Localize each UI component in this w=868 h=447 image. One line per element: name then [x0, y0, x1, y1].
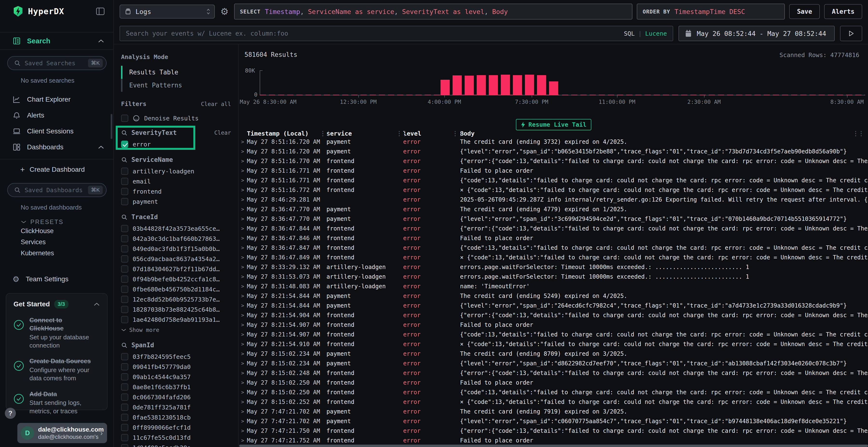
checkbox[interactable] — [121, 245, 128, 252]
row-expand-chevron-icon[interactable]: > — [241, 351, 247, 357]
facet-value-option[interactable]: 03f7b824595feec5 — [121, 352, 232, 362]
checkbox[interactable] — [121, 424, 128, 431]
presets-toggle[interactable]: PRESETS — [21, 218, 113, 226]
row-expand-chevron-icon[interactable]: > — [241, 332, 247, 337]
table-row[interactable]: >May 27 8:51:16.720 AMpaymenterror{"leve… — [239, 147, 868, 156]
sidebar-item-chart-explorer[interactable]: Chart Explorer — [0, 92, 113, 107]
checkbox[interactable] — [121, 235, 128, 242]
save-button[interactable]: Save — [789, 4, 820, 19]
checkbox[interactable] — [121, 444, 128, 447]
checkbox[interactable] — [121, 188, 128, 195]
row-expand-chevron-icon[interactable]: > — [241, 380, 247, 386]
histogram-bar[interactable] — [525, 75, 534, 95]
table-row[interactable]: >May 27 8:15:02.250 AMfrontenderror{"cod… — [239, 387, 868, 397]
mode-sql-toggle[interactable]: SQL — [624, 30, 634, 37]
histogram-bar[interactable] — [489, 75, 498, 95]
facet-value-option[interactable]: 18287038b73e882425c64b8… — [121, 304, 232, 314]
facet-value-option[interactable]: 12ec8dd52b60b9525733b7e… — [121, 294, 232, 304]
checkbox[interactable] — [121, 178, 128, 185]
table-row[interactable]: >May 27 8:15:02.248 AMfrontenderror{"err… — [239, 368, 868, 378]
facet-value-option[interactable]: 09ab1c4544c9a357 — [121, 372, 232, 382]
histogram-bar[interactable] — [477, 75, 486, 95]
checkbox[interactable] — [121, 316, 128, 323]
table-row[interactable]: >May 27 8:51:16.771 AMfrontenderror{"cod… — [239, 176, 868, 185]
histogram-bar[interactable] — [513, 75, 522, 95]
table-row[interactable]: >May 27 7:47:21.750 AMfrontenderror{"err… — [239, 426, 868, 436]
event-search[interactable]: SQL | Lucene — [120, 26, 673, 41]
get-started-step[interactable]: Add Data Start sending logs, metrics, or… — [13, 390, 100, 415]
facet-value-option[interactable]: 0f94b9befe0b4252ccfa1c8… — [121, 274, 232, 284]
table-row[interactable]: >May 27 8:33:29.132 AMartillery-loadgene… — [239, 262, 868, 272]
row-expand-chevron-icon[interactable]: > — [241, 312, 247, 318]
row-expand-chevron-icon[interactable]: > — [241, 187, 247, 193]
histogram-bar[interactable] — [549, 81, 558, 95]
preset-services[interactable]: Services — [0, 237, 113, 248]
source-settings-button[interactable]: ⚙ — [219, 6, 230, 17]
chevron-up-icon[interactable] — [98, 145, 104, 149]
create-dashboard-button[interactable]: + Create Dashboard — [0, 162, 113, 177]
chevron-up-icon[interactable] — [94, 302, 100, 306]
row-expand-chevron-icon[interactable]: > — [241, 322, 247, 328]
alerts-button[interactable]: Alerts — [824, 4, 862, 19]
checkbox[interactable] — [121, 414, 128, 421]
facet-value-option[interactable]: 0c0667304fafd206 — [121, 392, 232, 402]
col-body[interactable]: Body — [460, 130, 868, 137]
column-drag-handle-icon[interactable]: ⋮⋮ — [320, 130, 331, 137]
chevron-up-icon[interactable] — [98, 39, 104, 43]
table-row[interactable]: >May 27 8:21:54.904 AMfrontenderror{"err… — [239, 310, 868, 320]
source-select[interactable]: Logs — [120, 5, 215, 19]
select-query-input[interactable]: SELECT Timestamp, ServiceName as service… — [234, 4, 632, 20]
denoise-results-option[interactable]: Denoise Results — [121, 115, 232, 122]
mode-results-table[interactable]: Results Table — [121, 66, 232, 79]
facet-value-option[interactable]: 11c67fe55c0d13fd — [121, 433, 232, 443]
row-expand-chevron-icon[interactable]: > — [241, 206, 247, 212]
clear-all-filters-button[interactable]: Clear all — [201, 101, 231, 107]
table-row[interactable]: >May 27 8:15:02.234 AMpaymenterrorThe cr… — [239, 349, 868, 358]
facet-value-option[interactable]: 07d184304627bf2f11b67dd… — [121, 264, 232, 274]
table-row[interactable]: >May 27 8:51:16.771 AMfrontenderrorFaile… — [239, 166, 868, 176]
row-expand-chevron-icon[interactable]: > — [241, 245, 247, 251]
facet-clear-button[interactable]: Clear — [214, 130, 231, 136]
row-expand-chevron-icon[interactable]: > — [241, 283, 247, 289]
checkbox[interactable] — [121, 225, 128, 232]
row-expand-chevron-icon[interactable]: > — [241, 177, 247, 183]
checkbox[interactable] — [121, 404, 128, 411]
resume-live-tail-button[interactable]: Resume Live Tail — [516, 119, 591, 130]
histogram-bar[interactable] — [440, 80, 450, 95]
checkbox[interactable] — [121, 363, 128, 370]
table-row[interactable]: >May 27 8:36:47.847 AMfrontenderror{"cod… — [239, 243, 868, 253]
row-expand-chevron-icon[interactable]: > — [241, 168, 247, 174]
table-row[interactable]: >May 27 8:36:47.770 AMpaymenterrorThe cr… — [239, 204, 868, 214]
col-level[interactable]: level — [403, 130, 460, 137]
histogram-bar[interactable] — [537, 75, 546, 95]
preset-kubernetes[interactable]: Kubernetes — [0, 248, 113, 259]
row-expand-chevron-icon[interactable]: > — [241, 274, 247, 280]
row-expand-chevron-icon[interactable]: > — [241, 139, 247, 145]
row-expand-chevron-icon[interactable]: > — [241, 264, 247, 270]
table-row[interactable]: >May 27 8:21:54.907 AMfrontenderror{"cod… — [239, 330, 868, 339]
table-row[interactable]: >May 27 8:15:02.250 AMfrontenderrorFaile… — [239, 378, 868, 387]
col-service[interactable]: service — [327, 130, 403, 137]
sidebar-item-search[interactable]: Search — [0, 32, 113, 50]
row-expand-chevron-icon[interactable]: > — [241, 293, 247, 299]
row-expand-chevron-icon[interactable]: > — [241, 370, 247, 376]
table-row[interactable]: >May 27 8:36:47.849 AMfrontenderror× {"c… — [239, 253, 868, 262]
user-menu[interactable]: D dale@clickhouse.com dale@clickhouse.co… — [18, 423, 107, 443]
event-search-input[interactable] — [126, 30, 624, 37]
table-row[interactable]: >May 27 7:47:21.702 AMpaymenterrorThe cr… — [239, 407, 868, 416]
checkbox[interactable] — [121, 306, 128, 313]
facet-value-option[interactable]: 09041fb457779da0 — [121, 362, 232, 372]
row-expand-chevron-icon[interactable]: > — [241, 418, 247, 424]
facet-value-option[interactable]: 049ed0ac3fdb1f3f15a0b0b… — [121, 244, 232, 254]
facet-value-option[interactable]: 0ae8e1f6c6b37fb1 — [121, 382, 232, 392]
facet-value-option[interactable]: 056cd9acbaac8637a4354a2… — [121, 254, 232, 264]
facet-value-option[interactable]: 0fbe680eb456750b2d1184c… — [121, 284, 232, 294]
get-started-step[interactable]: Connect to ClickHouse Set up your databa… — [13, 316, 100, 349]
run-query-button[interactable] — [840, 26, 862, 41]
column-drag-handle-icon[interactable]: ⋮⋮ — [396, 130, 407, 137]
table-row[interactable]: >May 27 8:46:29.281 AMerror2025-05-26T09… — [239, 195, 868, 204]
facet-value-option[interactable]: 0ff8990066efcf1d — [121, 422, 232, 433]
table-row[interactable]: >May 27 8:21:54.844 AMpaymenterror{"leve… — [239, 301, 868, 310]
facet-value-option[interactable]: frontend — [121, 186, 232, 197]
row-expand-chevron-icon[interactable]: > — [241, 428, 247, 434]
